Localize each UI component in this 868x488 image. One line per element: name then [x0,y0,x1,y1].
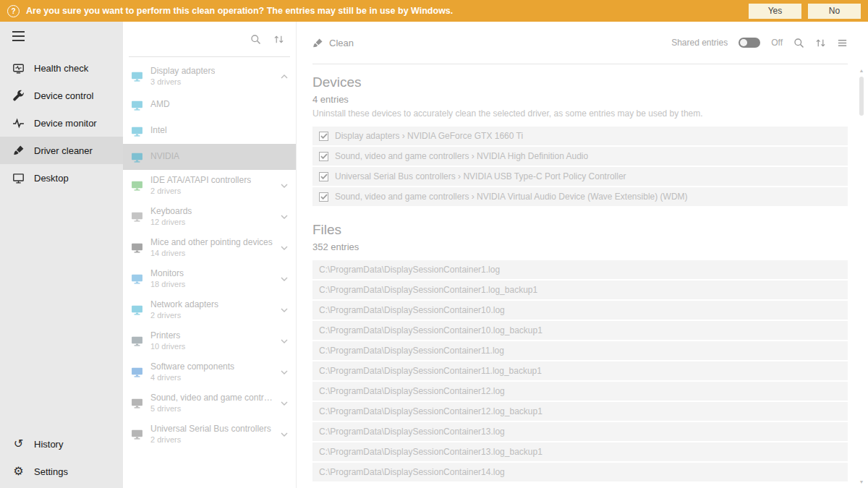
toolbar-right-controls: Shared entries Off [671,38,848,48]
file-entry-row: C:\ProgramData\DisplaySessionContainer1.… [312,281,848,299]
tree-row-name: Display adapters [150,66,215,77]
checkbox-checked-icon[interactable] [319,192,328,202]
files-section: Files 352 entries C:\ProgramData\Display… [312,222,848,481]
chevron-icon[interactable] [281,339,289,343]
tree-row-drivers-count: 18 drivers [150,279,185,289]
tree-row[interactable]: Keyboards 12 drivers [123,201,296,232]
file-path: C:\ProgramData\DisplaySessionContainer11… [319,346,504,356]
files-list: C:\ProgramData\DisplaySessionContainer1.… [312,260,848,481]
devices-count: 4 entries [312,94,848,105]
tree-row-text: Intel [150,125,167,137]
chevron-icon[interactable] [281,370,289,374]
scroll-down-icon[interactable]: ▼ [859,479,864,484]
scrollbar-thumb[interactable] [859,77,864,116]
tree-row-text: Software components 4 drivers [150,361,234,383]
tree-row[interactable]: Network adapters 2 drivers [123,294,296,325]
chevron-icon[interactable] [281,277,289,281]
device-entry-row[interactable]: Universal Serial Bus controllers › NVIDI… [312,167,848,186]
file-entry-row: C:\ProgramData\DisplaySessionContainer14… [312,463,848,481]
tree-row[interactable]: Display adapters 3 drivers [123,61,296,92]
tree-row[interactable]: Printers 10 drivers [123,325,296,356]
no-button[interactable]: No [808,4,861,19]
tree-row-text: Sound, video and game controllers 5 driv… [150,393,273,414]
yes-button[interactable]: Yes [749,4,801,19]
gear-icon: ⚙ [12,466,25,478]
menu-icon[interactable] [0,22,123,50]
tree-row[interactable]: Monitors 18 drivers [123,263,296,294]
tree-row[interactable]: IDE ATA/ATAPI controllers 2 drivers [123,170,296,201]
search-icon[interactable] [250,34,261,45]
scrollbar[interactable]: ▲ ▼ [857,68,866,484]
sidebar-footer: ↺ History ⚙ Settings [0,430,123,488]
brush-icon [12,145,25,157]
shared-entries-toggle[interactable] [739,38,760,48]
chevron-icon[interactable] [281,246,289,250]
clean-preview-content: Devices 4 entries Uninstall these device… [297,64,868,488]
tree-row[interactable]: Sound, video and game controllers 5 driv… [123,388,296,419]
sidebar-item-label: Device monitor [34,118,97,129]
sidebar-item-driver-cleaner[interactable]: Driver cleaner [0,137,123,164]
file-entry-row: C:\ProgramData\DisplaySessionContainer13… [312,422,848,441]
checkbox-checked-icon[interactable] [319,132,328,141]
file-entry-row: C:\ProgramData\DisplaySessionContainer13… [312,442,848,461]
tree-row-text: NVIDIA [150,151,179,163]
view-list-icon[interactable] [837,38,848,48]
amd-display-icon [131,99,143,111]
tree-row-name: NVIDIA [150,151,179,163]
sidebar-item-label: Desktop [34,173,69,184]
tree-row[interactable]: NVIDIA [123,144,296,170]
tree-row-drivers-count: 5 drivers [150,403,273,414]
chevron-icon[interactable] [281,215,289,219]
sidebar-item-device-monitor[interactable]: Device monitor [0,109,123,137]
chevron-icon[interactable] [281,184,289,188]
tree-row[interactable]: AMD [123,92,296,118]
tree-row[interactable]: Software components 4 drivers [123,356,296,388]
sidebar-item-health-check[interactable]: Health check [0,54,123,82]
tree-row[interactable]: Universal Serial Bus controllers 2 drive… [123,419,296,450]
monitors-icon [131,273,143,285]
keyboards-icon [131,210,143,223]
device-tree: Display adapters 3 drivers AMD [123,57,296,450]
chevron-icon[interactable] [281,74,289,79]
file-path: C:\ProgramData\DisplaySessionContainer10… [319,325,542,335]
file-path: C:\ProgramData\DisplaySessionContainer13… [319,447,542,457]
pulse-icon [12,117,25,129]
sidebar-item-desktop[interactable]: Desktop [0,164,123,192]
checkbox-checked-icon[interactable] [319,172,328,181]
sound-video-game-controllers-icon [131,397,143,409]
chevron-icon[interactable] [281,308,289,312]
nvidia-display-icon [131,151,143,163]
tree-row-text: Network adapters 2 drivers [150,299,218,321]
tree-row[interactable]: Mice and other pointing devices 14 drive… [123,232,296,263]
sort-icon[interactable] [815,38,826,48]
sort-icon[interactable] [273,34,284,45]
file-entry-row: C:\ProgramData\DisplaySessionContainer10… [312,301,848,320]
device-entry-label: Sound, video and game controllers › NVID… [335,151,588,161]
clean-button[interactable]: Clean [312,38,354,48]
sidebar-item-label: Settings [34,466,68,477]
tree-row-name: Sound, video and game controllers [150,393,273,404]
files-count: 352 entries [312,241,848,252]
scroll-up-icon[interactable]: ▲ [859,68,864,73]
device-entry-row[interactable]: Display adapters › NVIDIA GeForce GTX 16… [312,127,848,145]
file-path: C:\ProgramData\DisplaySessionContainer1.… [319,285,537,295]
tree-row-drivers-count: 14 drivers [150,248,273,258]
file-path: C:\ProgramData\DisplaySessionContainer12… [319,386,505,396]
sidebar-item-device-control[interactable]: Device control [0,82,123,109]
device-entry-row[interactable]: Sound, video and game controllers › NVID… [312,147,848,166]
tree-row-name: IDE ATA/ATAPI controllers [150,175,251,187]
tree-row-text: AMD [150,99,170,111]
network-adapters-icon [131,304,143,316]
search-icon[interactable] [793,38,804,48]
chevron-icon[interactable] [281,401,289,406]
tree-row-name: Intel [150,125,167,137]
checkbox-checked-icon[interactable] [319,152,328,161]
chevron-icon[interactable] [281,432,289,437]
sidebar-item-settings[interactable]: ⚙ Settings [0,458,123,485]
sidebar-item-history[interactable]: ↺ History [0,430,123,458]
ide-ata-atapi-controllers-icon [131,179,143,192]
tree-row[interactable]: Intel [123,118,296,144]
sidebar-nav: Health check Device control Device monit… [0,54,123,192]
brush-icon [312,38,323,48]
device-entry-row[interactable]: Sound, video and game controllers › NVID… [312,187,848,206]
